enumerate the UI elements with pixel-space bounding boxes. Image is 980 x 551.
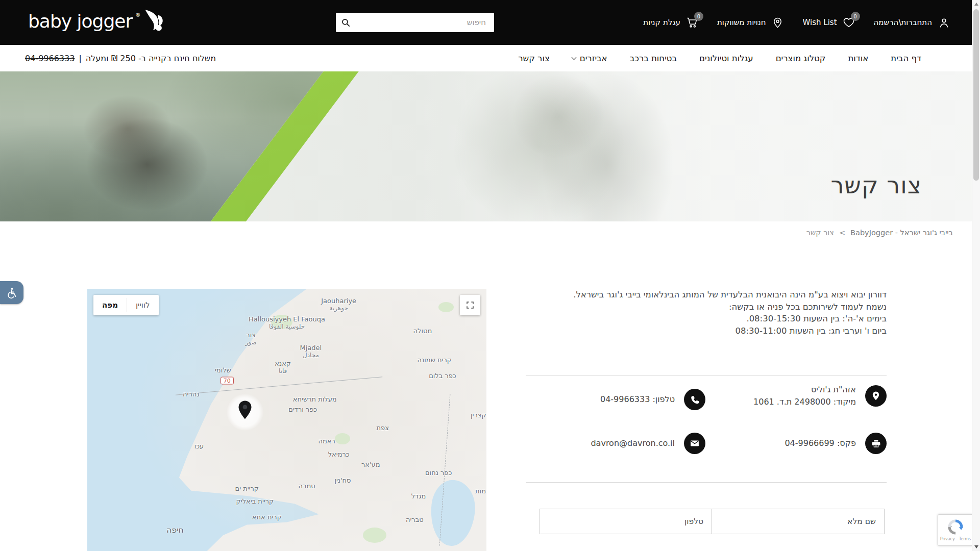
account-link[interactable]: התחברות\הרשמה <box>874 16 950 29</box>
recaptcha-badge[interactable]: Privacy - Terms <box>938 514 973 546</box>
phone-cell <box>540 509 712 534</box>
logo-registered-mark: ® <box>135 12 140 18</box>
search-icon <box>341 18 351 28</box>
nav-item-label: אביזרים <box>580 54 607 63</box>
phone-icon <box>684 389 705 410</box>
nav-bar: משלוח חינם בקנייה ב- 250 ₪ ומעלה | 04-99… <box>0 45 980 71</box>
scrollbar-down-arrow[interactable] <box>974 545 978 548</box>
map-label: Hallousiyyeh El Faouqaحلوسية الفوقا <box>249 315 325 331</box>
logo[interactable]: baby jogger ® <box>28 8 164 35</box>
logo-swirl-icon <box>143 8 164 34</box>
map-label: Mjadelمجادل <box>300 344 322 359</box>
nav-item[interactable]: עגלות וטיולונים <box>699 54 753 63</box>
contact-form <box>540 509 885 534</box>
accessibility-button[interactable] <box>0 281 23 304</box>
nav-item[interactable]: צור קשר <box>518 54 550 63</box>
fax-text: פקס: 04-9966699 <box>785 437 856 449</box>
map-label: כפר נחום <box>425 468 452 476</box>
search-input[interactable] <box>351 13 489 32</box>
map-label: שלומי <box>215 366 231 374</box>
phone-text[interactable]: טלפון: 04-9966333 <box>600 393 675 406</box>
address-card: אזה"ת ג'וליס מיקוד: 2498000 ת.ד. 1061 <box>753 384 887 408</box>
map-label: ראמה <box>318 437 335 445</box>
nav-item-label: צור קשר <box>518 54 550 63</box>
map-label: חיפה <box>166 526 183 534</box>
map-label: קרית אתא <box>252 513 282 521</box>
address-text: אזה"ת ג'וליס מיקוד: 2498000 ת.ד. 1061 <box>753 384 856 408</box>
nav-item[interactable]: אביזרים <box>572 54 607 63</box>
nav-item[interactable]: דף הבית <box>891 54 921 63</box>
breadcrumb-home[interactable]: בייבי ג'וגר ישראל - BabyJogger <box>850 229 953 237</box>
page: baby jogger ® 0 <box>0 0 980 551</box>
wishlist-label: Wish List <box>803 18 837 27</box>
recaptcha-logo-icon <box>947 519 964 535</box>
stores-link[interactable]: חנויות משווקות <box>717 16 785 29</box>
map-label: קאנאفانا <box>275 360 291 375</box>
breadcrumb-current: צור קשר <box>806 229 834 237</box>
map-label: כפר בלום <box>429 371 456 379</box>
nav-item-label: אודות <box>848 54 868 63</box>
top-header: baby jogger ® 0 <box>0 0 980 45</box>
map-label: מעלות תרשיחא <box>293 395 337 403</box>
shipping-separator: | <box>79 54 81 63</box>
location-pin-icon <box>771 16 785 29</box>
nav-item-label: דף הבית <box>891 54 921 63</box>
intro-line: בימים א'-ה': בין השעות 08:30-15:30. <box>526 313 887 325</box>
nav-item-label: קטלוג מוצרים <box>776 54 826 63</box>
logo-text: baby jogger <box>28 8 132 35</box>
nav-item[interactable]: בטיחות ברכב <box>630 54 677 63</box>
divider <box>526 375 887 375</box>
map-label: עכו <box>194 442 204 450</box>
map-label: כרמיאל <box>328 450 350 458</box>
map-view-button[interactable]: מפה <box>93 295 127 315</box>
scrollbar-up-arrow[interactable] <box>974 3 978 6</box>
email-card: davron@davron.co.il <box>591 433 705 454</box>
header-phone-link[interactable]: 04-9966333 <box>25 54 75 63</box>
nav-item[interactable]: אודות <box>848 54 868 63</box>
cart-icon: 0 <box>685 16 699 29</box>
address-pin-icon <box>865 385 887 407</box>
google-map[interactable]: JaouhariyeجوهريةHallousiyyeh El Faouqaحل… <box>87 289 486 551</box>
cart-link[interactable]: 0 עגלת קניות <box>643 16 699 29</box>
map-label: רמות <box>475 487 486 494</box>
intro-line: דוורון יבוא ויצוא בע"מ הינה היבואנית הבל… <box>526 289 887 301</box>
wishlist-count-badge: 0 <box>851 12 860 21</box>
nav-item[interactable]: קטלוג מוצרים <box>776 54 826 63</box>
fullscreen-icon <box>465 300 475 310</box>
wishlist-link[interactable]: 0 Wish List <box>803 16 855 29</box>
address-line2: מיקוד: 2498000 ת.ד. 1061 <box>753 396 856 408</box>
main-nav: דף הביתאודותקטלוג מוצריםעגלות וטיולוניםב… <box>518 45 921 71</box>
header-actions: 0 עגלת קניות חנויות משווקות 0 <box>643 0 950 45</box>
scrollbar[interactable] <box>972 0 980 551</box>
breadcrumb-separator: > <box>839 229 845 237</box>
phone-input[interactable] <box>540 509 712 534</box>
map-label: כפר ורדים <box>288 406 317 413</box>
page-title: צור קשר <box>830 171 922 199</box>
nav-item-label: עגלות וטיולונים <box>699 54 753 63</box>
map-label: סח'נין <box>334 477 351 484</box>
fullname-cell <box>712 509 884 534</box>
fax-printer-icon <box>865 433 887 454</box>
recaptcha-privacy-terms[interactable]: Privacy - Terms <box>940 537 971 541</box>
fullname-input[interactable] <box>712 509 884 534</box>
map-labels: JaouhariyeجوهريةHallousiyyeh El Faouqaحل… <box>87 289 486 551</box>
fax-card: פקס: 04-9966699 <box>785 433 887 454</box>
map-marker-icon[interactable] <box>237 400 253 419</box>
satellite-view-button[interactable]: לוויין <box>127 295 159 315</box>
map-label: קרית שמונה <box>418 356 452 363</box>
heart-icon: 0 <box>842 16 855 29</box>
account-label: התחברות\הרשמה <box>874 18 932 27</box>
map-label: קצרין <box>471 411 486 418</box>
map-label: מטולה <box>413 327 432 335</box>
map-fullscreen-button[interactable] <box>460 295 480 315</box>
email-text[interactable]: davron@davron.co.il <box>591 437 675 449</box>
scrollbar-thumb[interactable] <box>973 9 979 181</box>
envelope-icon <box>684 433 705 454</box>
map-label: Jaouhariyeجوهرية <box>321 297 356 312</box>
map-label: קריית ים <box>235 484 259 492</box>
map-label: מגדל <box>411 492 426 500</box>
phone-card: טלפון: 04-9966333 <box>600 389 705 410</box>
shipping-text: משלוח חינם בקנייה ב- 250 ₪ ומעלה <box>86 54 216 63</box>
nav-item-label: בטיחות ברכב <box>630 54 677 63</box>
breadcrumb: בייבי ג'וגר ישראל - BabyJogger > צור קשר <box>806 229 953 237</box>
